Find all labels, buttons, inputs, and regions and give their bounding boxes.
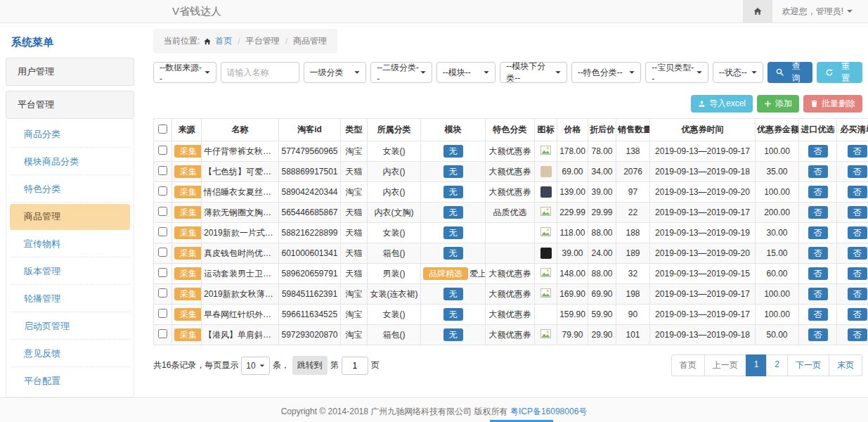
module-badge[interactable]: 无: [443, 165, 463, 178]
cell-import-select-toggle[interactable]: 否: [808, 247, 828, 260]
cell-must-buy-toggle[interactable]: 否: [848, 226, 867, 239]
broken-image-icon: [540, 268, 551, 277]
sidebar-item-版本管理[interactable]: 版本管理: [10, 259, 130, 285]
status-select[interactable]: --状态--: [713, 62, 763, 83]
sidebar-group-0[interactable]: 用户管理: [6, 58, 134, 86]
cell-import-select-toggle[interactable]: 否: [808, 328, 828, 341]
row-checkbox[interactable]: [158, 207, 167, 216]
page-button-2[interactable]: 2: [766, 354, 788, 376]
cell-import-select-toggle[interactable]: 否: [808, 308, 828, 321]
sidebar-item-宣传物料[interactable]: 宣传物料: [10, 231, 130, 257]
cell-type: 天猫: [341, 162, 368, 182]
cell-coupon-amount: 200.00: [756, 203, 799, 223]
row-checkbox[interactable]: [158, 248, 167, 257]
import-excel-button[interactable]: 导入excel: [691, 95, 753, 113]
row-checkbox[interactable]: [158, 227, 167, 236]
cell-import-select-toggle[interactable]: 否: [808, 165, 828, 178]
row-checkbox[interactable]: [158, 309, 167, 318]
caret-down-icon: [260, 364, 264, 366]
sidebar-item-轮播管理[interactable]: 轮播管理: [10, 286, 130, 312]
module-badge[interactable]: 无: [443, 328, 463, 341]
breadcrumb-home-link[interactable]: 首页: [215, 35, 232, 47]
module-badge[interactable]: 品牌精选: [423, 267, 468, 280]
module-select[interactable]: --模块--: [436, 62, 496, 83]
module-badge[interactable]: 无: [443, 186, 463, 198]
home-button[interactable]: [743, 0, 772, 23]
row-checkbox[interactable]: [158, 288, 167, 298]
module-badge[interactable]: 无: [443, 206, 463, 219]
cell-must-buy-toggle[interactable]: 否: [848, 247, 867, 260]
row-checkbox[interactable]: [158, 268, 167, 277]
module-badge[interactable]: 无: [443, 226, 463, 239]
feature-category-select[interactable]: --特色分类--: [571, 62, 642, 83]
module-sub-category-select[interactable]: --模块下分类--: [500, 62, 567, 83]
cell-checkbox: [154, 264, 172, 284]
cell-price: 139.00: [557, 182, 588, 203]
cell-must-buy-toggle[interactable]: 否: [848, 328, 867, 341]
module-badge[interactable]: 无: [443, 288, 463, 300]
level2-category-select[interactable]: --二级分类--: [370, 62, 432, 83]
cell-taoke-id: 588869917501: [279, 162, 341, 182]
table-row: 采集【七色纺】可爱纯棉家...588869917501天猫内衣()无大额优惠券6…: [154, 162, 868, 182]
row-checkbox[interactable]: [158, 186, 167, 196]
cell-must-buy-toggle[interactable]: 否: [848, 145, 867, 158]
reset-button[interactable]: 重置: [817, 62, 862, 83]
level1-category-select[interactable]: 一级分类: [304, 62, 367, 83]
cell-coupon-time: 2019-09-13—2019-09-17: [650, 305, 756, 325]
batch-delete-button[interactable]: 批量删除: [803, 95, 862, 113]
icp-link[interactable]: 粤ICP备16098006号: [510, 407, 587, 416]
select-all-checkbox[interactable]: [158, 124, 167, 134]
module-badge[interactable]: 无: [443, 308, 463, 321]
trash-icon: [810, 100, 818, 108]
cell-must-buy-toggle[interactable]: 否: [848, 206, 867, 219]
data-source-select[interactable]: --数据来源--: [153, 62, 216, 83]
sidebar-item-意见反馈[interactable]: 意见反馈: [10, 341, 130, 367]
jump-button[interactable]: 跳转到: [292, 356, 328, 375]
user-menu[interactable]: 欢迎您，管理员!: [772, 6, 868, 18]
cell-must-buy-toggle[interactable]: 否: [848, 186, 867, 198]
sidebar-item-商品管理[interactable]: 商品管理: [10, 204, 130, 230]
cell-must-buy-toggle[interactable]: 否: [848, 267, 867, 280]
sidebar-item-启动页管理[interactable]: 启动页管理: [10, 314, 130, 340]
page-button-末页[interactable]: 末页: [829, 354, 862, 376]
cell-icon: [535, 264, 557, 284]
sidebar-group-1[interactable]: 平台管理: [6, 91, 134, 119]
cell-sales: 90: [616, 305, 650, 325]
column-header-价格: 价格: [557, 119, 588, 141]
cell-import-select-toggle[interactable]: 否: [808, 206, 828, 219]
sidebar-item-平台配置[interactable]: 平台配置: [10, 369, 130, 394]
sidebar-item-商品分类[interactable]: 商品分类: [10, 122, 130, 148]
name-search-input[interactable]: [221, 62, 299, 83]
per-page-select[interactable]: 10: [241, 357, 269, 375]
cell-icon: [535, 284, 557, 305]
item-type-select[interactable]: --宝贝类型--: [645, 62, 708, 83]
page-button-1[interactable]: 1: [746, 354, 767, 376]
cell-import-select-toggle[interactable]: 否: [808, 288, 828, 300]
cell-import-select-toggle[interactable]: 否: [808, 145, 828, 158]
cell-source: 采集: [172, 325, 202, 345]
module-badge[interactable]: 无: [443, 145, 463, 158]
cell-must-buy: 否: [837, 182, 868, 203]
sidebar-item-特色分类[interactable]: 特色分类: [10, 177, 130, 203]
page-button-下一页[interactable]: 下一页: [787, 354, 829, 376]
add-button[interactable]: 添加: [757, 95, 799, 113]
cell-taoke-id: 565446685867: [279, 203, 341, 223]
search-button[interactable]: 查询: [767, 62, 813, 83]
row-checkbox[interactable]: [158, 166, 167, 175]
source-badge: 采集: [174, 247, 202, 260]
cell-import-select-toggle[interactable]: 否: [808, 267, 828, 280]
cell-source: 采集: [172, 243, 202, 264]
row-checkbox[interactable]: [158, 146, 167, 155]
cell-import-select-toggle[interactable]: 否: [808, 226, 828, 239]
sidebar-item-模块商品分类[interactable]: 模块商品分类: [10, 149, 130, 175]
cell-must-buy-toggle[interactable]: 否: [848, 308, 867, 321]
cell-must-buy-toggle[interactable]: 否: [848, 165, 867, 178]
breadcrumb-item-goods: 商品管理: [293, 35, 327, 47]
row-checkbox[interactable]: [158, 329, 167, 338]
jump-page-input[interactable]: [342, 357, 368, 375]
page-button-上一页[interactable]: 上一页: [704, 354, 746, 376]
module-badge[interactable]: 无: [443, 247, 463, 260]
cell-import-select-toggle[interactable]: 否: [808, 186, 828, 198]
page-button-首页[interactable]: 首页: [671, 354, 705, 376]
cell-must-buy-toggle[interactable]: 否: [848, 288, 867, 300]
